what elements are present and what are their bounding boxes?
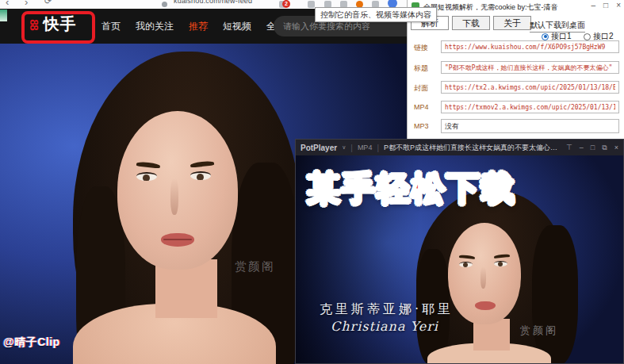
media-control-tooltip: 控制它的音乐、视频等媒体内容 bbox=[315, 7, 437, 22]
field-label-title: 标题 bbox=[414, 63, 438, 74]
portrait-lips bbox=[161, 233, 194, 247]
close-icon[interactable]: × bbox=[614, 144, 618, 152]
parser-titlebar: 全网短视频解析，无需cookie by:七宝-清音 – □ × bbox=[408, 0, 624, 13]
screen: ‹ › ⟳ kuaishou.com/new-feed 2 88 快手 首页 我… bbox=[0, 0, 624, 364]
separator: | bbox=[350, 144, 353, 152]
field-title-input[interactable] bbox=[441, 61, 619, 74]
field-cover-input[interactable] bbox=[441, 81, 619, 94]
portrait-eye bbox=[494, 261, 507, 266]
address-bar[interactable]: kuaishou.com/new-feed bbox=[174, 0, 252, 5]
video-overlay-text: 某手轻松下载 bbox=[307, 167, 516, 211]
portrait-eye bbox=[136, 172, 157, 181]
maximize-icon[interactable]: □ bbox=[591, 144, 595, 152]
tab-about[interactable]: 关于 bbox=[493, 16, 531, 30]
potplayer-app-name[interactable]: PotPlayer bbox=[301, 144, 337, 152]
extension-badge: 2 bbox=[282, 0, 290, 8]
nav-item-shortvideo[interactable]: 短视频 bbox=[223, 20, 251, 33]
watermark-shangyange: 赏颜阁 bbox=[520, 324, 558, 338]
nav-item-following[interactable]: 我的关注 bbox=[136, 20, 174, 33]
field-label-mp4: MP4 bbox=[414, 103, 438, 111]
watermark-shangyange-partial: 赏颜阁 bbox=[235, 259, 275, 274]
field-link-input[interactable] bbox=[441, 40, 619, 53]
nav-item-home[interactable]: 首页 bbox=[101, 20, 121, 33]
caption-chinese: 克里斯蒂亚娜·耶里 bbox=[320, 301, 454, 318]
pin-icon[interactable]: ⊤ bbox=[566, 144, 572, 152]
portrait-hair bbox=[532, 225, 578, 363]
parser-window-title: 全网短视频解析，无需cookie by:七宝-清音 bbox=[423, 2, 570, 13]
potplayer-video-frame[interactable]: 某手轻松下载 克里斯蒂亚娜·耶里 Christiana Yeri 赏颜阁 bbox=[296, 155, 623, 363]
maximize-icon[interactable]: □ bbox=[603, 1, 608, 10]
radio-unselected-icon[interactable] bbox=[584, 33, 591, 40]
portrait-eye bbox=[190, 171, 211, 180]
potplayer-titlebar[interactable]: PotPlayer ∨ | MP4 | P都不敢P成这样她们直接长这样女娲真的不… bbox=[296, 140, 623, 155]
portrait-lips bbox=[475, 301, 496, 310]
site-info-icon[interactable] bbox=[162, 2, 167, 7]
forward-icon[interactable]: › bbox=[25, 0, 28, 8]
potplayer-file-title: P都不敢P成这样她们直接长这样女娲真的不要太偏心盛世美颜.mp4 bbox=[384, 143, 561, 153]
field-mp4-input[interactable] bbox=[441, 101, 619, 113]
parser-tool-window: 全网短视频解析，无需cookie by:七宝-清音 – □ × 解析 下载 关于… bbox=[407, 0, 624, 141]
potplayer-window: PotPlayer ∨ | MP4 | P都不敢P成这样她们直接长这样女娲真的不… bbox=[295, 139, 624, 364]
reload-icon[interactable]: ⟳ bbox=[44, 0, 52, 6]
tab-download[interactable]: 下载 bbox=[452, 16, 490, 30]
portrait-eye bbox=[459, 262, 473, 267]
minimize-icon[interactable]: – bbox=[591, 1, 596, 10]
caption-english: Christiana Yeri bbox=[331, 319, 438, 334]
format-badge: MP4 bbox=[358, 144, 373, 151]
separator: | bbox=[377, 144, 379, 152]
field-mp3-input[interactable] bbox=[441, 119, 619, 133]
field-label-link: 链接 bbox=[414, 43, 438, 53]
field-label-mp3: MP3 bbox=[414, 122, 438, 130]
parser-window-controls: – □ × bbox=[591, 1, 621, 10]
extension-icon[interactable] bbox=[308, 1, 315, 8]
dual-view-icon[interactable]: ⧉ bbox=[602, 144, 607, 152]
radio-selected-icon[interactable] bbox=[542, 33, 549, 40]
minimize-icon[interactable]: – bbox=[580, 144, 584, 152]
red-annotation-box bbox=[21, 11, 95, 44]
potplayer-window-controls: ⊤ – □ ⧉ × bbox=[566, 144, 618, 152]
portrait-nose bbox=[480, 266, 486, 289]
nav-items: 首页 我的关注 推荐 短视频 全部∨ bbox=[101, 9, 292, 44]
back-icon[interactable]: ‹ bbox=[6, 0, 9, 8]
nav-item-recommended[interactable]: 推荐 bbox=[189, 20, 208, 33]
field-label-cover: 封面 bbox=[414, 83, 438, 94]
watermark-qingzi-clip: @晴子Clip bbox=[3, 335, 60, 350]
page-fragment bbox=[0, 10, 7, 21]
portrait-nose bbox=[170, 178, 178, 215]
close-icon[interactable]: × bbox=[616, 1, 621, 10]
interface-radio-group: 接口1 接口2 bbox=[408, 31, 624, 40]
chevron-down-icon: ∨ bbox=[342, 144, 346, 151]
